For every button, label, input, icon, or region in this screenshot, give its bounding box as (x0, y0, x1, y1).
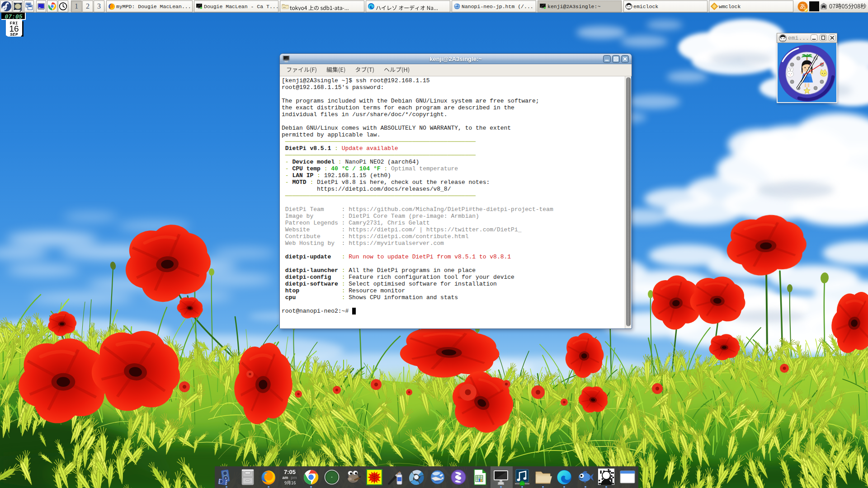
svg-text:SEP: SEP (10, 33, 18, 37)
svg-text:16: 16 (9, 24, 19, 33)
svg-text:07:05: 07:05 (5, 14, 22, 20)
svg-text:7:05: 7:05 (284, 469, 296, 475)
svg-text:pm: pm (291, 475, 297, 480)
svg-text:am: am (282, 475, 288, 480)
